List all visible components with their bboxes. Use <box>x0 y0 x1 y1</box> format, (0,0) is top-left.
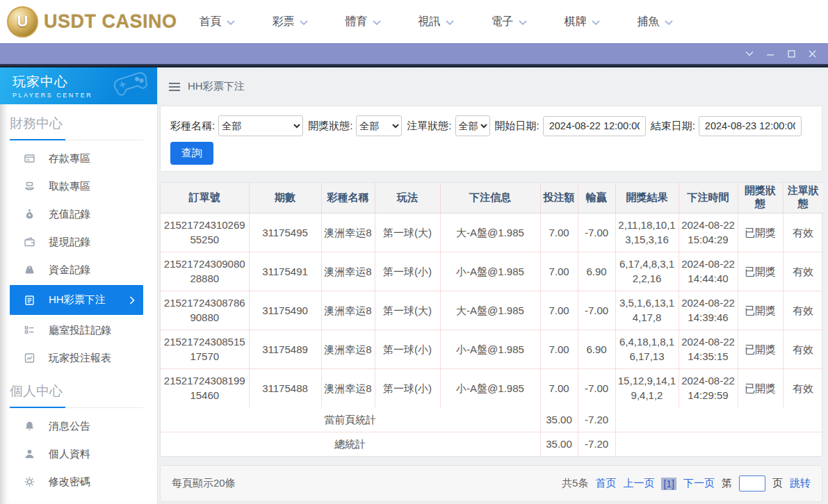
summary-bet-total: 35.00 <box>540 407 578 432</box>
announcement-icon <box>24 421 36 432</box>
cell-order-status: 有效 <box>783 213 823 252</box>
col-lottery-name: 彩種名稱 <box>321 183 375 213</box>
cell-bet-info: 小-A盤@1.985 <box>440 330 540 368</box>
cell-bet-info: 大-A盤@1.985 <box>440 213 540 252</box>
cell-period: 31175495 <box>249 213 321 252</box>
lottery-name-select[interactable]: 全部 <box>218 115 303 136</box>
current-page-summary-row: 當前頁統計 35.00 -7.20 <box>161 407 823 432</box>
sidebar-item-label: 玩家投注報表 <box>49 352 111 365</box>
nav-item-fishing[interactable]: 捕魚 <box>638 15 673 29</box>
cell-order-no: 2152172430851517570 <box>161 330 249 368</box>
cell-draw-status: 已開獎 <box>738 368 783 407</box>
cell-bet-info: 小-A盤@1.985 <box>440 368 540 407</box>
cell-lottery-name: 澳洲幸运8 <box>321 213 375 252</box>
sidebar-item-label: 取款專區 <box>49 180 90 193</box>
withdrawal-record-icon <box>24 236 36 247</box>
lottery-bet-icon <box>24 295 36 306</box>
total-count-text: 共5条 <box>562 477 588 490</box>
sidebar-item-withdraw[interactable]: 取款專區 <box>0 172 157 200</box>
lottery-name-label: 彩種名稱: <box>170 120 215 133</box>
grand-total-row: 總統計 35.00 -7.20 <box>161 432 823 456</box>
close-icon[interactable] <box>802 43 822 64</box>
nav-item-lottery[interactable]: 彩票 <box>273 15 308 29</box>
sidebar-item-profile[interactable]: 個人資料 <box>0 440 157 468</box>
chevron-down-icon <box>446 20 454 25</box>
nav-label: 捕魚 <box>638 15 660 29</box>
cell-draw-status: 已開獎 <box>738 330 783 368</box>
cell-period: 31175490 <box>249 291 321 330</box>
first-page-link[interactable]: 首页 <box>595 477 616 490</box>
withdraw-icon <box>24 181 36 192</box>
cell-order-no: 2152172430908028880 <box>161 252 249 291</box>
pagination-bar: 每頁顯示20條 共5条 首页 上一页 [1] 下一页 第 页 跳转 <box>160 465 822 502</box>
cell-bet-time: 2024-08-22 15:04:29 <box>679 213 738 252</box>
cell-lottery-name: 澳洲幸运8 <box>321 368 375 407</box>
filter-panel: 彩種名稱: 全部 開獎狀態: 全部 注單狀態: 全部 開始日期: 結束日期: <box>160 106 822 172</box>
sidebar-item-label: HH彩票下注 <box>49 293 106 307</box>
sidebar-item-label: 資金記錄 <box>49 263 90 277</box>
cell-bet-amount: 7.00 <box>540 213 578 252</box>
nav-item-slots[interactable]: 電子 <box>492 15 527 29</box>
sidebar-item-funds-record[interactable]: 資金記錄 <box>0 256 157 284</box>
cell-order-no: 2152172431026955250 <box>161 213 249 252</box>
cell-bet-time: 2024-08-22 14:35:15 <box>679 330 738 368</box>
cell-order-no: 2152172430819915460 <box>161 368 249 407</box>
cell-order-status: 有效 <box>783 368 823 407</box>
window-titlebar <box>0 43 828 64</box>
main-panel: HH彩票下注 彩種名稱: 全部 開獎狀態: 全部 注單狀態: 全部 開始日期: <box>158 67 828 504</box>
order-status-label: 注單狀態: <box>407 120 451 133</box>
start-date-label: 開始日期: <box>495 120 539 133</box>
sidebar-item-label: 存款專區 <box>49 152 90 165</box>
nav-item-home[interactable]: 首頁 <box>200 15 235 29</box>
sidebar-item-bet-report[interactable]: 玩家投注報表 <box>0 344 157 372</box>
nav-item-sports[interactable]: 體育 <box>346 15 381 29</box>
jump-button[interactable]: 跳转 <box>790 477 811 490</box>
end-date-label: 結束日期: <box>651 120 695 133</box>
page-jump-input[interactable] <box>739 475 765 491</box>
sidebar-item-hh-lottery-bets[interactable]: HH彩票下注 <box>10 285 143 315</box>
cell-period: 31175491 <box>249 252 321 291</box>
recharge-record-icon <box>24 209 36 220</box>
bet-report-icon <box>24 352 36 364</box>
brand[interactable]: U USDT CASINO <box>7 6 177 38</box>
brand-coin-icon: U <box>7 6 38 38</box>
cell-play-type: 第一球(大) <box>375 291 440 330</box>
sidebar-item-room-bet-record[interactable]: 廳室投註記錄 <box>0 316 157 344</box>
cell-bet-time: 2024-08-22 14:39:46 <box>679 291 738 330</box>
current-page-indicator[interactable]: [1] <box>661 478 676 490</box>
search-button[interactable]: 查詢 <box>170 142 213 165</box>
cell-bet-amount: 7.00 <box>540 330 578 368</box>
sidebar-item-withdrawal-record[interactable]: 提現記錄 <box>0 228 157 256</box>
sidebar-item-label: 個人資料 <box>49 448 90 461</box>
personal-menu: 消息公告 個人資料 修改密碼 <box>0 412 157 496</box>
col-draw-status: 開獎狀態 <box>738 183 783 213</box>
nav-label: 視訊 <box>419 15 441 29</box>
maximize-icon[interactable] <box>781 43 802 64</box>
cell-draw-status: 已開獎 <box>738 291 783 330</box>
prev-page-link[interactable]: 上一页 <box>623 477 654 490</box>
col-bet-amount: 投注額 <box>540 183 578 213</box>
hamburger-icon[interactable] <box>168 82 181 92</box>
end-date-input[interactable] <box>699 116 802 136</box>
sidebar-item-deposit[interactable]: 存款專區 <box>0 145 157 172</box>
next-page-link[interactable]: 下一页 <box>683 477 715 490</box>
sidebar-item-recharge-record[interactable]: 充值記錄 <box>0 200 157 228</box>
nav-item-cards[interactable]: 棋牌 <box>565 15 600 29</box>
draw-status-select[interactable]: 全部 <box>356 115 402 136</box>
minimize-icon[interactable] <box>760 43 781 64</box>
col-win-loss: 輸贏 <box>578 183 615 213</box>
sidebar-item-announcements[interactable]: 消息公告 <box>0 412 157 440</box>
cell-win-loss: -7.00 <box>578 368 615 407</box>
start-date-input[interactable] <box>543 116 646 136</box>
chevron-down-icon <box>592 20 600 25</box>
nav-item-video[interactable]: 視訊 <box>419 15 454 29</box>
table-row: 2152172430819915460 31175488 澳洲幸运8 第一球(小… <box>161 368 823 407</box>
sidebar-item-label: 廳室投註記錄 <box>49 324 111 337</box>
cell-order-no: 2152172430878690880 <box>161 291 249 330</box>
order-status-select[interactable]: 全部 <box>455 115 490 136</box>
chevron-down-icon[interactable] <box>739 43 760 64</box>
table-row: 2152172430878690880 31175490 澳洲幸运8 第一球(大… <box>161 291 823 330</box>
sidebar-item-change-password[interactable]: 修改密碼 <box>0 468 157 496</box>
col-period: 期數 <box>249 183 321 213</box>
nav-label: 電子 <box>492 15 514 29</box>
